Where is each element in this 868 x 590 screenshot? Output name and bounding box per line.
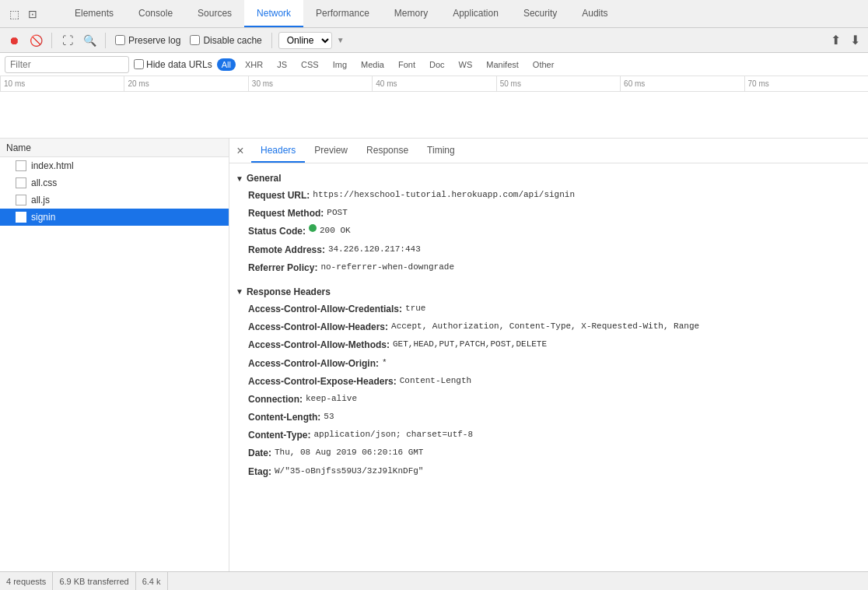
tab-headers[interactable]: Headers [251, 139, 305, 163]
filter-xhr-btn[interactable]: XHR [240, 58, 268, 71]
general-title-text: General [247, 173, 282, 184]
filter-other-btn[interactable]: Other [528, 58, 559, 71]
status-bar: 4 requests 6.9 KB transferred 6.4 k [0, 571, 868, 590]
header-row: Access-Control-Allow-Headers: Accept, Au… [229, 318, 868, 336]
file-icon [16, 177, 26, 188]
tick-40ms: 40 ms [372, 76, 495, 91]
filter-css-btn[interactable]: CSS [296, 58, 324, 71]
tick-60ms: 60 ms [620, 76, 744, 91]
tab-response[interactable]: Response [357, 139, 418, 163]
header-row: Access-Control-Expose-Headers: Content-L… [229, 373, 868, 391]
filter-font-btn[interactable]: Font [394, 58, 420, 71]
throttle-arrow: ▼ [337, 36, 345, 44]
header-row: Access-Control-Allow-Origin: * [229, 355, 868, 373]
search-icon[interactable]: 🔍 [80, 31, 99, 50]
list-item[interactable]: index.html [0, 157, 229, 174]
timeline-ruler: 10 ms 20 ms 30 ms 40 ms 50 ms 60 ms 70 m… [0, 76, 868, 92]
timeline-chart [0, 92, 868, 138]
tab-application[interactable]: Application [440, 0, 511, 27]
filter-bar: Hide data URLs All XHR JS CSS Img Media … [0, 53, 868, 76]
tab-performance[interactable]: Performance [303, 0, 382, 27]
preserve-log-checkbox[interactable] [115, 35, 125, 45]
header-row: Request Method: POST [229, 205, 868, 223]
requests-count: 4 requests [6, 572, 53, 590]
header-row: Content-Type: application/json; charset=… [229, 427, 868, 444]
tab-elements[interactable]: Elements [62, 0, 126, 27]
header-row: Access-Control-Allow-Methods: GET,HEAD,P… [229, 336, 868, 354]
tick-10ms: 10 ms [0, 76, 124, 91]
general-section-title[interactable]: ▼ General [229, 170, 868, 187]
header-row-status: Status Code: 200 OK [229, 223, 868, 241]
response-headers-arrow-icon: ▼ [236, 287, 243, 296]
tab-timing[interactable]: Timing [418, 139, 464, 163]
hide-data-urls-checkbox[interactable] [134, 59, 144, 69]
tab-audits[interactable]: Audits [569, 0, 620, 27]
list-item[interactable]: all.css [0, 174, 229, 191]
devtools-tab-bar: Elements Console Sources Network Perform… [0, 0, 868, 28]
file-list-header: Name [0, 139, 229, 157]
tick-30ms: 30 ms [248, 76, 372, 91]
general-arrow-icon: ▼ [236, 174, 243, 183]
tab-sources[interactable]: Sources [185, 0, 244, 27]
detail-tabs: × Headers Preview Response Timing [229, 139, 868, 163]
file-list: Name index.html all.css all.js signin [0, 139, 229, 571]
list-item[interactable]: all.js [0, 191, 229, 209]
header-row: Content-Length: 53 [229, 409, 868, 427]
filter-input-wrapper [5, 56, 129, 73]
status-green-dot [309, 224, 317, 232]
main-content: Name index.html all.css all.js signin × … [0, 139, 868, 571]
tab-preview[interactable]: Preview [305, 139, 357, 163]
header-row: Referrer Policy: no-referrer-when-downgr… [229, 259, 868, 277]
tab-security[interactable]: Security [511, 0, 569, 27]
headers-content: ▼ General Request URL: https://hexschool… [229, 163, 868, 571]
header-row: Request URL: https://hexschool-tutorial.… [229, 187, 868, 205]
filter-manifest-btn[interactable]: Manifest [481, 58, 523, 71]
tick-20ms: 20 ms [124, 76, 247, 91]
filter-media-btn[interactable]: Media [356, 58, 389, 71]
tab-memory[interactable]: Memory [382, 0, 440, 27]
filter-doc-btn[interactable]: Doc [425, 58, 450, 71]
file-icon [16, 195, 26, 205]
tab-network[interactable]: Network [244, 0, 303, 27]
filter-all-btn[interactable]: All [217, 58, 236, 71]
network-toolbar: ⏺ 🚫 ⛶ 🔍 Preserve log Disable cache Onlin… [0, 28, 868, 53]
filter-js-btn[interactable]: JS [272, 58, 292, 71]
detail-panel: × Headers Preview Response Timing ▼ Gene… [229, 139, 868, 571]
divider-3 [271, 33, 272, 48]
filter-img-btn[interactable]: Img [328, 58, 352, 71]
file-icon [16, 160, 26, 171]
filter-input[interactable] [10, 59, 124, 70]
disable-cache-checkbox[interactable] [190, 35, 200, 45]
transferred-size: 6.9 KB transferred [53, 572, 135, 590]
header-row: Access-Control-Allow-Credentials: true [229, 300, 868, 318]
clear-button[interactable]: 🚫 [26, 31, 45, 50]
header-row: Connection: keep-alive [229, 391, 868, 409]
export-button[interactable]: ⬇ [847, 31, 863, 49]
header-row: Date: Thu, 08 Aug 2019 06:20:16 GMT [229, 444, 868, 462]
tick-70ms: 70 ms [744, 76, 868, 91]
disable-cache-label[interactable]: Disable cache [187, 35, 264, 46]
response-headers-title-text: Response Headers [247, 286, 331, 297]
import-button[interactable]: ⬆ [828, 31, 844, 49]
hide-data-urls-label[interactable]: Hide data URLs [134, 59, 212, 70]
record-button[interactable]: ⏺ [5, 31, 23, 50]
tab-console[interactable]: Console [126, 0, 185, 27]
device-icon[interactable]: ⊡ [25, 6, 40, 22]
list-item-selected[interactable]: signin [0, 209, 229, 226]
divider-1 [51, 33, 52, 48]
resource-size: 6.4 k [136, 572, 168, 590]
preserve-log-label[interactable]: Preserve log [112, 35, 184, 46]
filter-icon[interactable]: ⛶ [58, 31, 77, 50]
filter-ws-btn[interactable]: WS [454, 58, 478, 71]
divider-2 [105, 33, 106, 48]
timeline-area: 10 ms 20 ms 30 ms 40 ms 50 ms 60 ms 70 m… [0, 76, 868, 139]
close-detail-button[interactable]: × [233, 143, 248, 159]
header-row: Etag: W/"35-oBnjfss59U3/3zJ9lKnDFg" [229, 463, 868, 481]
response-headers-section-title[interactable]: ▼ Response Headers [229, 283, 868, 300]
inspect-icon[interactable]: ⬚ [6, 6, 22, 22]
header-row: Remote Address: 34.226.120.217:443 [229, 241, 868, 259]
tick-50ms: 50 ms [496, 76, 620, 91]
throttle-select[interactable]: Online [278, 32, 332, 49]
file-icon [16, 212, 26, 223]
